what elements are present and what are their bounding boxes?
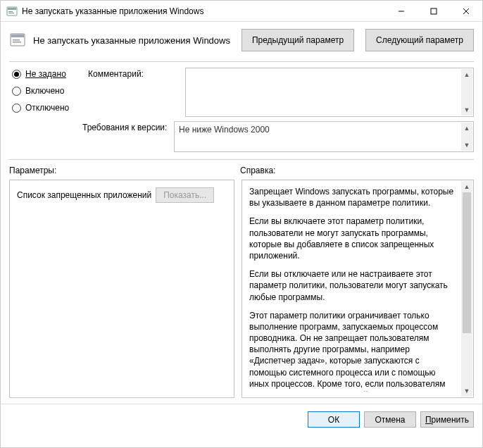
app-icon xyxy=(6,6,18,17)
svg-rect-3 xyxy=(8,13,14,13)
svg-rect-2 xyxy=(8,11,13,12)
svg-rect-5 xyxy=(431,8,437,14)
close-button[interactable] xyxy=(450,1,482,21)
radio-disabled-label: Отключено xyxy=(25,103,69,113)
requirement-scrollbar[interactable]: ▲ ▼ xyxy=(461,123,472,151)
radio-dot-icon xyxy=(12,87,21,96)
show-button[interactable]: Показать... xyxy=(156,187,214,203)
svg-rect-11 xyxy=(13,42,21,43)
scroll-down-icon: ▼ xyxy=(461,104,472,116)
radio-enabled[interactable]: Включено xyxy=(12,86,82,96)
window-titlebar: Не запускать указанные приложения Window… xyxy=(1,1,482,22)
help-label: Справка: xyxy=(240,166,275,175)
help-paragraph: Этот параметр политики ограничивает толь… xyxy=(249,310,456,392)
divider xyxy=(9,61,474,62)
help-panel: Запрещает Windows запускать программы, к… xyxy=(242,180,474,398)
maximize-button[interactable] xyxy=(418,1,450,21)
apply-button[interactable]: Применить xyxy=(420,411,474,428)
dialog-footer: ОК Отмена Применить xyxy=(1,404,482,435)
policy-title: Не запускать указанные приложения Window… xyxy=(33,35,234,46)
parameters-panel: Список запрещенных приложений Показать..… xyxy=(9,180,234,398)
help-paragraph: Запрещает Windows запускать программы, к… xyxy=(249,186,456,209)
radio-dot-icon xyxy=(12,70,21,79)
svg-rect-9 xyxy=(11,35,24,37)
comment-textarea[interactable]: ▲ ▼ xyxy=(185,68,474,117)
scroll-down-icon: ▼ xyxy=(461,139,472,151)
requirement-label: Требования к версии: xyxy=(82,121,168,132)
parameters-label: Параметры: xyxy=(9,166,240,175)
policy-header: Не запускать указанные приложения Window… xyxy=(1,22,482,58)
svg-rect-1 xyxy=(8,8,16,10)
cancel-button[interactable]: Отмена xyxy=(364,411,416,428)
help-scrollbar[interactable]: ▲ ▼ xyxy=(461,181,472,397)
radio-enabled-label: Включено xyxy=(25,86,64,96)
svg-rect-10 xyxy=(13,39,20,41)
divider xyxy=(9,159,474,160)
ok-button[interactable]: ОК xyxy=(308,411,360,428)
window-title: Не запускать указанные приложения Window… xyxy=(22,6,385,16)
help-paragraph: Если вы отключаете или не настраиваете э… xyxy=(249,268,456,303)
radio-not-configured-label: Не задано xyxy=(25,69,66,79)
help-paragraph: Если вы включаете этот параметр политики… xyxy=(249,216,456,261)
previous-setting-button[interactable]: Предыдущий параметр xyxy=(242,29,354,51)
scroll-down-icon: ▼ xyxy=(461,385,472,397)
scroll-up-icon: ▲ xyxy=(461,69,472,80)
scroll-thumb[interactable] xyxy=(463,192,471,333)
help-text: Запрещает Windows запускать программы, к… xyxy=(249,186,468,392)
blocked-list-label: Список запрещенных приложений xyxy=(17,190,151,200)
requirement-value: Не ниже Windows 2000 xyxy=(179,125,270,135)
minimize-button[interactable] xyxy=(385,1,418,21)
next-setting-button[interactable]: Следующий параметр xyxy=(365,29,474,51)
scroll-up-icon: ▲ xyxy=(461,181,472,192)
radio-not-configured[interactable]: Не задано xyxy=(12,69,82,79)
comment-scrollbar[interactable]: ▲ ▼ xyxy=(461,69,472,116)
scroll-up-icon: ▲ xyxy=(461,123,472,134)
radio-dot-icon xyxy=(12,104,21,113)
requirement-box: Не ниже Windows 2000 ▲ ▼ xyxy=(174,121,474,152)
radio-disabled[interactable]: Отключено xyxy=(12,103,82,113)
comment-label: Комментарий: xyxy=(88,68,180,120)
policy-icon xyxy=(9,32,26,49)
